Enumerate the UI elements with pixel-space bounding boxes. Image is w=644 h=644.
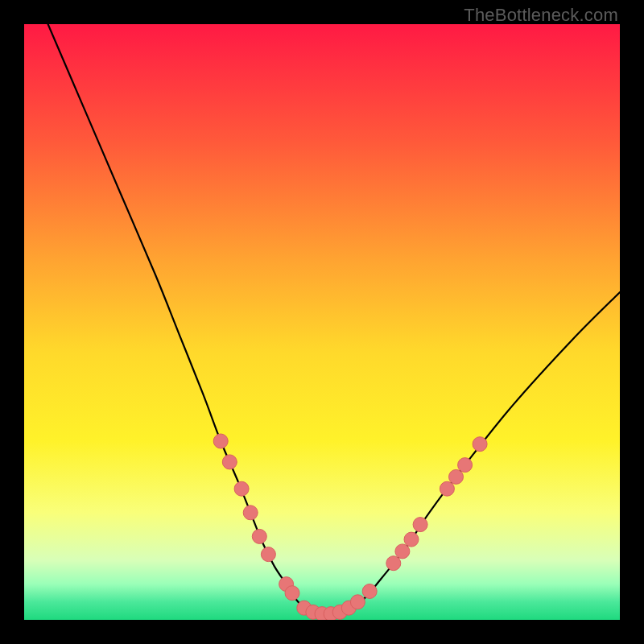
curve-marker	[413, 518, 427, 532]
chart-container: TheBottleneck.com	[0, 0, 644, 644]
curve-marker	[386, 556, 401, 571]
curve-marker	[362, 584, 377, 598]
curve-marker	[252, 529, 266, 543]
curve-marker	[395, 544, 410, 559]
bottleneck-chart-svg	[24, 24, 620, 620]
curve-marker	[350, 595, 365, 609]
curve-marker	[458, 458, 473, 473]
watermark-text: TheBottleneck.com	[464, 5, 618, 26]
gradient-background	[24, 24, 620, 620]
curve-marker	[234, 481, 249, 496]
curve-marker	[243, 506, 258, 520]
curve-marker	[473, 437, 487, 452]
curve-marker	[285, 586, 299, 601]
curve-marker	[449, 469, 464, 484]
curve-marker	[213, 434, 228, 448]
plot-area	[24, 24, 620, 620]
curve-marker	[404, 532, 419, 547]
curve-marker	[261, 547, 275, 562]
curve-marker	[440, 481, 454, 496]
curve-marker	[222, 455, 237, 469]
